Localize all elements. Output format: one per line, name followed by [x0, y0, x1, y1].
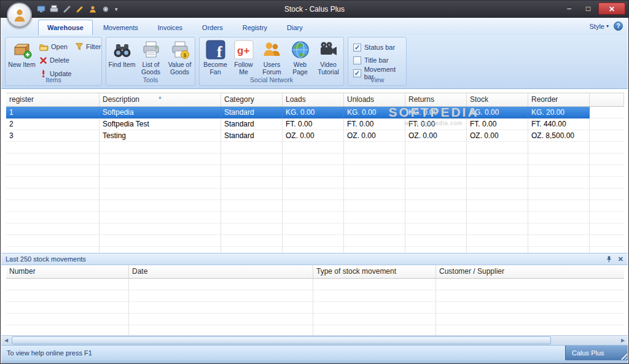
new-item-label: New Item [8, 61, 35, 68]
table-row[interactable] [6, 200, 624, 212]
maximize-button[interactable]: □ [579, 2, 597, 15]
tab-orders[interactable]: Orders [193, 20, 232, 35]
follow-me-button[interactable]: g+ Follow Me [230, 39, 257, 76]
settings-icon[interactable] [101, 4, 111, 14]
new-item-button[interactable]: New Item [8, 39, 36, 68]
panel-close-icon[interactable]: ✕ [618, 256, 623, 263]
column-header-stock[interactable]: Stock [467, 93, 528, 106]
cell [405, 177, 467, 188]
resize-grip[interactable] [620, 353, 627, 360]
cell [221, 235, 283, 247]
scrollbar-thumb[interactable] [12, 336, 551, 344]
open-label: Open [51, 43, 68, 50]
column-header-type-of-stock-movement[interactable]: Type of stock movement [313, 265, 436, 278]
table-row[interactable] [6, 247, 624, 253]
table-row[interactable]: 1SoftpediaStandardKG. 0.00KG. 0.00KG. 0.… [6, 107, 624, 118]
web-page-button[interactable]: Web Page [286, 39, 314, 76]
printer-icon[interactable] [49, 4, 59, 14]
table-row[interactable] [6, 223, 624, 235]
value-of-goods-button[interactable]: $ Value of Goods [166, 39, 193, 76]
pencil-icon[interactable] [75, 4, 85, 14]
row-filler [590, 142, 624, 153]
svg-text:g+: g+ [237, 45, 249, 56]
table-row[interactable] [6, 314, 624, 325]
tab-diary[interactable]: Diary [278, 20, 312, 35]
cell: OZ. 0.00 [405, 130, 467, 142]
group-caption-social-network: Social Network [200, 76, 343, 85]
cell [129, 314, 313, 325]
wrench-icon[interactable] [62, 4, 72, 14]
table-row[interactable] [6, 188, 624, 200]
table-row[interactable] [6, 177, 624, 188]
column-header-loads[interactable]: Loads [283, 93, 344, 106]
computer-icon[interactable] [36, 4, 46, 14]
pin-icon[interactable] [606, 255, 612, 263]
column-header-description[interactable]: Description▲ [100, 93, 221, 106]
users-forum-label: Users Forum [258, 61, 286, 76]
minimize-button[interactable]: – [560, 2, 578, 15]
cell [6, 325, 129, 335]
tab-registry[interactable]: Registry [233, 20, 276, 35]
table-row[interactable]: 2Softpedia TestStandardFT. 0.00FT. 0.00F… [6, 118, 624, 130]
table-row[interactable] [6, 165, 624, 177]
cell [436, 314, 624, 325]
svg-text:$: $ [183, 52, 186, 58]
cell [283, 223, 344, 235]
cell [436, 279, 624, 290]
column-header-customer-supplier[interactable]: Customer / Supplier [436, 265, 624, 278]
column-header-unloads[interactable]: Unloads [344, 93, 405, 106]
column-header-register[interactable]: register [6, 93, 100, 106]
video-tutorial-button[interactable]: Video Tutorial [314, 39, 342, 76]
user-icon[interactable] [88, 4, 98, 14]
cell [6, 247, 100, 253]
horizontal-scrollbar[interactable]: ◀ ▶ [1, 335, 628, 345]
table-row[interactable] [6, 279, 624, 290]
column-header-reorder[interactable]: Reorder [528, 93, 590, 106]
table-row[interactable] [6, 290, 624, 302]
cell: FT. 440.00 [528, 118, 590, 130]
style-dropdown[interactable]: Style ▾ [590, 23, 609, 30]
cell [283, 200, 344, 212]
find-item-label: Find Item [109, 61, 136, 68]
cell [221, 177, 283, 188]
checkbox-status-bar[interactable]: ✓Status bar [353, 41, 406, 53]
list-of-goods-button[interactable]: List of Goods [137, 39, 165, 76]
table-row[interactable] [6, 325, 624, 335]
close-button[interactable]: ✕ [598, 2, 625, 15]
cell [528, 153, 590, 165]
cell [283, 165, 344, 177]
table-row[interactable]: 3TestingStandardOZ. 0.00OZ. 0.00OZ. 0.00… [6, 130, 624, 142]
application-menu-button[interactable] [7, 2, 32, 28]
delete-label: Delete [50, 56, 69, 64]
help-button[interactable]: ? [614, 21, 623, 31]
column-header-date[interactable]: Date [129, 265, 313, 278]
table-row[interactable] [6, 142, 624, 153]
table-row[interactable] [6, 153, 624, 165]
become-fan-button[interactable]: f Become Fan [201, 39, 229, 76]
find-item-button[interactable]: Find Item [108, 39, 136, 68]
quick-access-dropdown-icon[interactable]: ▾ [115, 6, 118, 12]
checkbox-title-bar[interactable]: Title bar [353, 54, 406, 66]
table-row[interactable] [6, 235, 624, 247]
table-row[interactable] [6, 302, 624, 314]
open-button[interactable]: Open [37, 41, 69, 53]
column-header-number[interactable]: Number [6, 265, 129, 278]
ribbon-tabs: WarehouseMovementsInvoicesOrdersRegistry… [38, 20, 313, 35]
filter-button[interactable]: Filter [73, 41, 103, 53]
scroll-right-icon[interactable]: ▶ [618, 336, 628, 345]
scroll-left-icon[interactable]: ◀ [1, 336, 11, 345]
table-row[interactable] [6, 212, 624, 223]
users-forum-button[interactable]: Users Forum [258, 39, 286, 76]
cell [405, 188, 467, 200]
column-header-category[interactable]: Category [221, 93, 283, 106]
row-filler [590, 247, 624, 253]
tab-invoices[interactable]: Invoices [149, 20, 192, 35]
row-filler [590, 153, 624, 165]
tab-movements[interactable]: Movements [94, 20, 147, 35]
tab-warehouse[interactable]: Warehouse [38, 20, 93, 35]
facebook-icon: f [206, 40, 225, 60]
delete-button[interactable]: Delete [37, 54, 71, 66]
column-header-returns[interactable]: Returns [405, 93, 467, 106]
cell [528, 212, 590, 223]
stock-grid-body: 1SoftpediaStandardKG. 0.00KG. 0.00KG. 0.… [6, 107, 624, 253]
